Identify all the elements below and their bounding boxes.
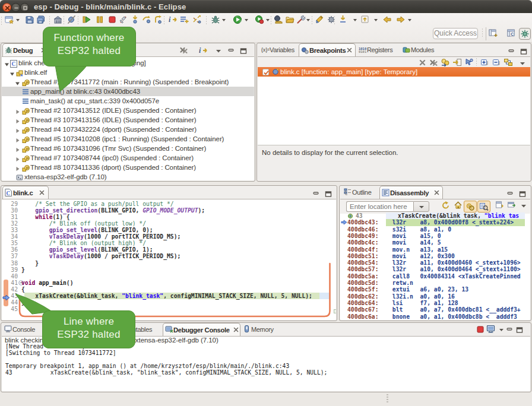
maximize-icon[interactable] bbox=[516, 325, 525, 333]
maximize-icon[interactable] bbox=[240, 46, 249, 54]
tree-item[interactable]: PThread #2 1073413512 (IDLE) (Suspended … bbox=[2, 106, 254, 115]
skip-all-icon[interactable] bbox=[464, 58, 474, 66]
show-supported-icon[interactable] bbox=[441, 58, 450, 66]
instruction-stepping-icon[interactable]: i bbox=[198, 46, 208, 54]
tab-blink-c[interactable]: C blink.c bbox=[2, 186, 49, 199]
disassembly-line[interactable]: 400dbc64: lsi f7, a1, 128 bbox=[340, 300, 530, 306]
quick-access-box[interactable]: Quick Access bbox=[433, 28, 478, 39]
debug-perspective-icon[interactable] bbox=[519, 28, 531, 40]
sync-active-debug-icon[interactable] bbox=[464, 201, 477, 212]
save-all-icon[interactable] bbox=[36, 14, 46, 26]
maximize-icon[interactable] bbox=[520, 46, 528, 53]
disconnect-icon[interactable] bbox=[119, 14, 129, 26]
disassembly-line[interactable]: 400dbc43: l32r a8, 0x400d00f8 <_stext+22… bbox=[340, 219, 530, 226]
display-console-icon[interactable] bbox=[486, 325, 496, 333]
view-menu-icon[interactable] bbox=[519, 58, 528, 66]
goto-file-icon[interactable] bbox=[452, 58, 462, 66]
tree-item[interactable]: blink.elf bbox=[2, 68, 254, 77]
close-icon[interactable] bbox=[39, 189, 45, 195]
dropdown-arrow-icon[interactable] bbox=[408, 19, 411, 21]
open-perspective-icon[interactable] bbox=[488, 28, 500, 40]
dropdown-arrow-icon[interactable] bbox=[374, 19, 378, 21]
disassembly-line[interactable]: 400dbc5f: extui a6, a0, 23, 13 bbox=[340, 286, 530, 293]
new-view-icon[interactable] bbox=[495, 201, 505, 209]
breakpoint-list-item[interactable]: blink.c [function: app_main] [type: Temp… bbox=[258, 67, 530, 77]
window-minimize-button[interactable] bbox=[11, 3, 20, 12]
profile-icon[interactable] bbox=[255, 14, 265, 26]
tree-item[interactable]: PThread #8 1073411336 (dport) (Suspended… bbox=[2, 163, 254, 172]
debug-icon[interactable] bbox=[211, 14, 221, 26]
minimize-icon[interactable] bbox=[508, 46, 515, 53]
open-folder-icon[interactable] bbox=[285, 14, 295, 26]
tab-modules[interactable]: Modules bbox=[401, 43, 441, 56]
disassembly-line[interactable]: 400dbc67: blt a0, a7, 0x400dbc81 <__addd… bbox=[340, 306, 530, 313]
resume-icon[interactable] bbox=[82, 14, 92, 26]
step-return-icon[interactable] bbox=[153, 14, 163, 26]
remove-icon[interactable] bbox=[419, 58, 428, 66]
tree-item[interactable]: PThread #6 1073431096 (Tmr Svc) (Suspend… bbox=[2, 144, 254, 153]
disassembly-line[interactable]: 400dbc57: l32r a10, 0x400d0464 <_stext+1… bbox=[340, 266, 530, 272]
cpp-perspective-icon[interactable]: C bbox=[506, 28, 518, 40]
forward-icon[interactable] bbox=[396, 14, 406, 26]
tree-item[interactable]: app_main() at blink.c:43 0x400dbc43 bbox=[2, 87, 254, 96]
disassembly-line[interactable]: 400dbc54: l32r a11, 0x400d0460 <_stext+1… bbox=[340, 259, 530, 266]
step-over-icon[interactable] bbox=[142, 14, 152, 26]
disassembly-line[interactable]: 400dbc46: s32i a8, a1, 0 bbox=[340, 226, 530, 233]
disassembly-line[interactable]: 400dbc5a: call8 0x40084314 <xTaskCreateP… bbox=[340, 273, 530, 280]
tab-outline[interactable]: Outline bbox=[342, 186, 379, 199]
dropdown-arrow-icon[interactable] bbox=[306, 19, 310, 21]
resize-grip[interactable] bbox=[387, 394, 388, 404]
tree-item[interactable]: xtensa-esp32-elf-gdb (7.10) bbox=[2, 172, 254, 180]
remove-all-icon[interactable] bbox=[179, 46, 189, 54]
disassembly-line[interactable]: 400dbc4f: mov.n a13, a15 bbox=[340, 246, 530, 253]
step-filters-icon[interactable] bbox=[192, 14, 202, 26]
view-menu-icon[interactable] bbox=[520, 201, 530, 209]
skip-breakpoints-icon[interactable] bbox=[67, 14, 77, 26]
disassembly-line[interactable]: 400dbc5d: retw.n bbox=[340, 280, 530, 286]
expand-all-icon[interactable] bbox=[480, 58, 489, 66]
maximize-icon[interactable] bbox=[325, 189, 332, 195]
dropdown-arrow-icon[interactable] bbox=[353, 19, 357, 21]
new-wizard-icon[interactable] bbox=[5, 14, 15, 26]
disassembly-line[interactable]: 400dbc62: l32i.n a0, a0, 16 bbox=[340, 293, 530, 300]
tab-breakpoints[interactable]: Breakpoints bbox=[299, 43, 356, 56]
dropdown-arrow-icon[interactable] bbox=[16, 19, 20, 21]
tree-item[interactable]: PThread #7 1073408744 (ipc0) (Suspended … bbox=[2, 153, 254, 163]
mark-occurrences-icon[interactable] bbox=[315, 14, 325, 26]
view-menu-icon[interactable] bbox=[215, 46, 224, 54]
tab-disassembly[interactable]: Disassembly bbox=[379, 186, 443, 199]
maximize-icon[interactable] bbox=[519, 189, 527, 195]
terminate-icon[interactable] bbox=[107, 14, 118, 26]
close-icon[interactable] bbox=[434, 189, 440, 195]
tree-item[interactable]: PThread #4 1073432224 (dport) (Suspended… bbox=[2, 125, 254, 134]
open-new-icon[interactable] bbox=[507, 201, 517, 209]
collapse-all-icon[interactable] bbox=[492, 58, 501, 66]
code-editor[interactable]: 29 /* Set the GPIO as a push/pull output… bbox=[2, 199, 336, 320]
tab-registers[interactable]: 10100101Registers bbox=[357, 43, 400, 56]
show-source-icon[interactable] bbox=[477, 201, 490, 212]
disassembly-line[interactable]: 400dbc49: movi a15, 0 bbox=[340, 233, 530, 239]
minimize-icon[interactable] bbox=[312, 189, 320, 195]
tree-item[interactable]: PThread #5 1073410208 (ipc1 : Running) (… bbox=[2, 134, 254, 144]
minimize-icon[interactable] bbox=[227, 46, 237, 54]
window-close-button[interactable] bbox=[2, 3, 11, 12]
home-icon[interactable] bbox=[454, 201, 463, 209]
run-icon[interactable] bbox=[233, 14, 243, 26]
build-icon[interactable] bbox=[53, 14, 64, 26]
last-edit-icon[interactable] bbox=[338, 14, 349, 26]
external-tools-icon[interactable] bbox=[296, 14, 306, 26]
go-into-icon[interactable] bbox=[360, 14, 370, 26]
minimize-icon[interactable] bbox=[506, 189, 514, 195]
group-by-icon[interactable] bbox=[504, 58, 513, 66]
window-maximize-button[interactable] bbox=[20, 3, 29, 12]
disassembly-line[interactable]: 400dbc4c: movi a14, 5 bbox=[340, 239, 530, 246]
location-input[interactable] bbox=[346, 201, 413, 212]
remove-all-icon[interactable] bbox=[429, 58, 439, 66]
disassembly-line[interactable]: 400dbc51: movi a12, 0x300 bbox=[340, 253, 530, 259]
refresh-icon[interactable] bbox=[441, 201, 451, 209]
instruction-stepping-icon[interactable]: i bbox=[168, 14, 178, 26]
suspend-icon[interactable] bbox=[95, 14, 105, 26]
dropdown-arrow-icon[interactable] bbox=[245, 19, 248, 21]
back-icon[interactable] bbox=[382, 14, 392, 26]
dropdown-arrow-icon[interactable] bbox=[266, 19, 270, 21]
